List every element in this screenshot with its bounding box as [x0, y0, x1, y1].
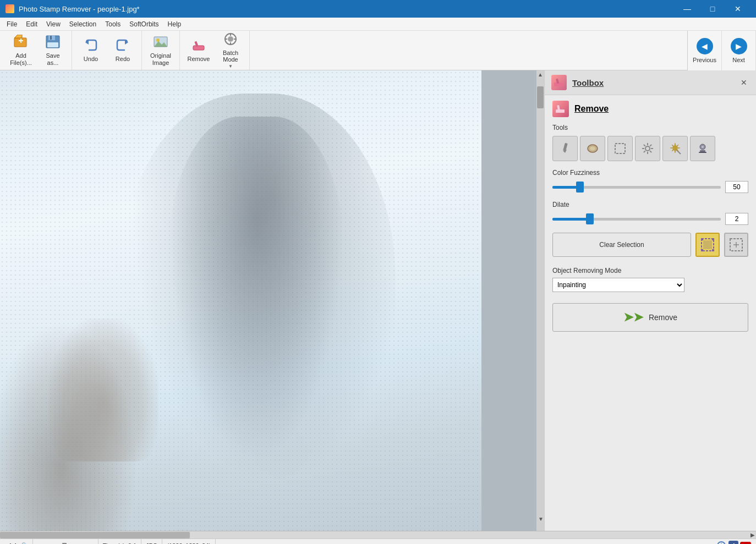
svg-point-28	[590, 147, 595, 151]
svg-marker-1	[14, 35, 22, 38]
facebook-icon: f	[728, 541, 738, 545]
svg-rect-49	[701, 249, 703, 251]
toolbox-panel: Toolbox ✕ Remove Tools	[544, 70, 756, 531]
add-files-button[interactable]: Add File(s)...	[6, 34, 36, 67]
batch-mode-label: Batch Mode	[223, 50, 238, 63]
rect-selection-button[interactable]	[607, 136, 633, 161]
menu-help[interactable]: Help	[163, 19, 186, 29]
redo-label: Redo	[116, 56, 130, 63]
batch-dropdown-arrow: ▼	[228, 64, 233, 69]
svg-point-42	[702, 146, 704, 148]
youtube-icon: ▶	[740, 542, 751, 545]
next-button[interactable]: ▶ Next	[722, 31, 756, 70]
remove-label: Remove	[188, 56, 210, 63]
svg-rect-48	[712, 238, 714, 240]
horizontal-scrollbar[interactable]: ◀ ▶	[0, 531, 756, 538]
menu-view[interactable]: View	[42, 19, 65, 29]
batch-mode-button[interactable]: Batch Mode ▼	[215, 34, 246, 67]
zoom-minus-icon: —	[37, 542, 43, 545]
color-fuzziness-thumb[interactable]	[576, 182, 584, 193]
dimensions-segment: (1920x1280x24)	[162, 539, 216, 544]
magic-wand-button[interactable]	[662, 136, 688, 161]
close-button[interactable]: ✕	[725, 0, 750, 18]
menu-selection[interactable]: Selection	[65, 19, 101, 29]
toolbox-remove-title: Remove	[574, 104, 609, 114]
menu-file[interactable]: File	[2, 19, 21, 29]
dilate-section: Dilate 2	[552, 201, 748, 225]
tools-section-label: Tools	[552, 124, 748, 131]
mode-select[interactable]: Inpainting Smart Fill Texture Synthesis	[552, 278, 684, 292]
remove-button[interactable]: Remove	[183, 34, 214, 67]
svg-line-38	[644, 151, 645, 152]
smart-fill-button[interactable]	[635, 136, 660, 161]
save-as-button[interactable]: Save as...	[37, 34, 68, 67]
svg-rect-3	[20, 39, 21, 43]
svg-point-16	[228, 36, 233, 42]
mode-label: Object Removing Mode	[552, 267, 748, 274]
original-image-icon	[153, 35, 168, 51]
zoom-slider-segment[interactable]: — +	[33, 539, 98, 544]
h-scroll-thumb[interactable]	[0, 532, 190, 538]
selection-icon-button-2[interactable]	[724, 233, 748, 257]
eraser-tool-button[interactable]	[580, 136, 605, 161]
pencil-tool-button[interactable]	[552, 136, 578, 161]
remove-icon	[191, 38, 206, 54]
clear-selection-button[interactable]: Clear Selection	[552, 233, 691, 257]
toolbox-close-button[interactable]: ✕	[738, 77, 749, 88]
undo-button[interactable]: Undo	[75, 34, 106, 67]
vertical-scrollbar[interactable]: ▲ ▼	[536, 70, 544, 531]
menu-softorbits[interactable]: SoftOrbits	[125, 19, 163, 29]
color-fuzziness-label: Color Fuzziness	[552, 169, 748, 177]
image-area[interactable]: ▲ ▼	[0, 70, 544, 531]
time-value: 0.1	[128, 542, 136, 545]
minimize-button[interactable]: —	[675, 0, 700, 18]
add-files-label: Add File(s)...	[10, 52, 32, 65]
facebook-icon-button[interactable]: f	[727, 540, 739, 545]
add-files-icon	[13, 35, 29, 51]
info-icon-button[interactable]: i	[715, 540, 727, 545]
image-canvas	[0, 70, 481, 531]
scroll-thumb[interactable]	[537, 86, 544, 108]
svg-rect-25	[563, 143, 567, 151]
previous-button[interactable]: ◀ Previous	[688, 31, 722, 70]
menu-edit[interactable]: Edit	[21, 19, 42, 29]
scroll-down-arrow[interactable]: ▼	[537, 515, 544, 523]
original-image-button[interactable]: Original Image	[145, 34, 176, 67]
youtube-icon-button[interactable]: ▶	[739, 540, 752, 545]
main-content: ▲ ▼ Toolbox ✕	[0, 70, 756, 531]
batch-mode-icon	[223, 32, 238, 48]
color-fuzziness-section: Color Fuzziness 50	[552, 169, 748, 193]
color-fuzziness-fill	[552, 186, 579, 189]
dimensions-value: (1920x1280x24)	[167, 542, 211, 545]
redo-icon	[115, 38, 130, 54]
remove-arrow-icon: ➤➤	[623, 310, 643, 325]
menu-tools[interactable]: Tools	[101, 19, 125, 29]
svg-point-11	[156, 39, 160, 42]
color-fuzziness-slider[interactable]	[552, 186, 721, 189]
svg-rect-43	[700, 150, 705, 152]
dilate-slider[interactable]	[552, 218, 721, 221]
svg-rect-46	[703, 240, 712, 249]
info-icon: i	[717, 541, 726, 545]
format-segment: JPG	[141, 539, 162, 544]
zoom-value: 1:1	[9, 542, 17, 545]
nav-arrows: ◀ Previous ▶ Next	[687, 31, 756, 70]
redo-button[interactable]: Redo	[107, 34, 138, 67]
svg-rect-23	[556, 109, 565, 113]
toolbox-header: Toolbox ✕	[545, 70, 756, 95]
selection-icon-button-1[interactable]	[695, 233, 720, 257]
dilate-value[interactable]: 2	[725, 213, 748, 225]
remove-action-button[interactable]: ➤➤ Remove	[552, 303, 748, 332]
svg-rect-7	[47, 42, 58, 47]
image-tools-group: Original Image	[142, 31, 180, 70]
stamp-tool-button[interactable]	[690, 136, 715, 161]
remove-tool-icon	[552, 101, 569, 117]
color-fuzziness-value[interactable]: 50	[725, 181, 748, 193]
menu-bar: File Edit View Selection Tools SoftOrbit…	[0, 18, 756, 31]
clear-selection-row: Clear Selection	[552, 233, 748, 257]
dilate-thumb[interactable]	[586, 213, 594, 224]
maximize-button[interactable]: □	[700, 0, 725, 18]
toolbar: Add File(s)... Save as... Undo	[0, 31, 756, 70]
scroll-right-arrow[interactable]: ▶	[749, 532, 756, 538]
scroll-up-arrow[interactable]: ▲	[536, 70, 544, 79]
